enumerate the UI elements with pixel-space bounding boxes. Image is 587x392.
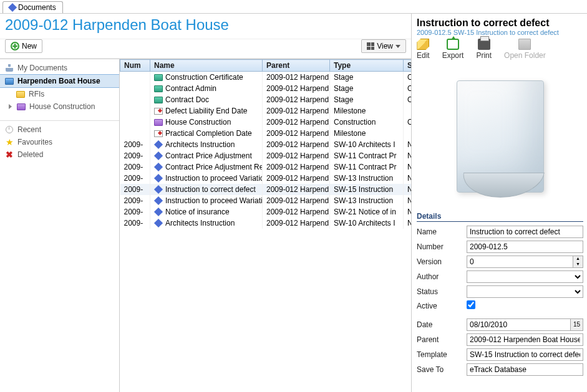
detail-toolbar: Edit Export Print Open Folder (417, 39, 583, 60)
table-row[interactable]: 2009-Instruction to proceed Wariation200… (120, 195, 412, 206)
sidebar-item-label: Favourites (17, 138, 52, 146)
row-icon (154, 97, 163, 103)
row-icon (154, 174, 163, 183)
template-field[interactable] (467, 348, 583, 361)
table-row[interactable]: Construction Certificate2009-012 Harpend… (120, 72, 412, 83)
save-to-field[interactable] (467, 363, 583, 376)
edit-icon (417, 39, 429, 50)
folder-icon (5, 78, 14, 85)
tool-label: Print (476, 51, 492, 60)
documents-table[interactable]: Num Name Parent Type Status Construction… (120, 59, 411, 392)
sidebar: My Documents Harpenden Boat House RFIs H… (0, 59, 120, 392)
table-row[interactable]: 2009-Contract Price Adjustment Rev 22009… (120, 161, 412, 173)
sidebar-item-rfis[interactable]: RFIs (0, 88, 119, 100)
tool-label: Edit (417, 51, 430, 60)
tool-label: Export (442, 51, 464, 60)
view-button[interactable]: View (361, 39, 406, 53)
row-icon (154, 185, 163, 194)
row-icon (154, 108, 163, 115)
table-row[interactable]: 2009-Architects Instruction2009-012 Harp… (120, 139, 412, 150)
label-parent: Parent (417, 335, 460, 344)
row-icon (154, 151, 163, 160)
sidebar-item-my-documents[interactable]: My Documents (0, 62, 119, 74)
sidebar-item-label: Harpenden Boat House (17, 77, 100, 85)
author-select[interactable] (467, 270, 583, 283)
table-row[interactable]: 2009-Notice of insurance2009-012 Harpend… (120, 206, 412, 218)
new-button[interactable]: New (5, 39, 42, 53)
sidebar-item-label: Recent (17, 125, 41, 134)
table-row[interactable]: Practical Completion Date2009-012 Harpen… (120, 128, 412, 139)
row-icon (154, 196, 163, 205)
new-button-label: New (22, 42, 37, 50)
tab-label: Documents (18, 3, 56, 12)
table-row[interactable]: 2009-Architects Instruction2009-012 Harp… (120, 218, 412, 229)
col-parent[interactable]: Parent (263, 60, 330, 72)
table-row[interactable]: Contract Admin2009-012 HarpendStageOpen (120, 83, 412, 94)
sidebar-item-label: My Documents (17, 64, 67, 72)
label-version: Version (417, 257, 460, 266)
row-icon (154, 74, 163, 81)
tab-strip: Documents (0, 0, 587, 14)
sidebar-item-harpenden[interactable]: Harpenden Boat House (0, 74, 119, 88)
parent-field[interactable] (467, 333, 583, 346)
status-select[interactable] (467, 285, 583, 298)
print-icon (478, 39, 490, 50)
chevron-down-icon (395, 45, 400, 48)
folder-icon (17, 103, 26, 110)
open-folder-button: Open Folder (504, 39, 546, 60)
view-button-label: View (377, 42, 393, 50)
export-button[interactable]: Export (442, 39, 464, 60)
table-row[interactable]: 2009-Instruction to correct defect2009-0… (120, 184, 412, 195)
calendar-icon[interactable]: 15 (571, 318, 583, 331)
expand-icon[interactable] (9, 104, 12, 109)
sidebar-item-deleted[interactable]: ✖ Deleted (0, 148, 119, 161)
sidebar-item-recent[interactable]: Recent (0, 123, 119, 136)
col-status[interactable]: Status (404, 60, 412, 72)
document-preview (417, 65, 583, 208)
detail-subtitle: 2009-012.5 SW-15 Instruction to correct … (417, 29, 583, 36)
tool-label: Open Folder (504, 51, 546, 60)
label-date: Date (417, 320, 460, 329)
table-row[interactable]: 2009-Contract Price Adjustment2009-012 H… (120, 150, 412, 161)
table-row[interactable]: House Construction2009-012 HarpendConstr… (120, 117, 412, 128)
print-button[interactable]: Print (476, 39, 492, 60)
sidebar-item-label: Deleted (17, 150, 43, 159)
details-section-header: Details (417, 212, 583, 222)
details-panel: Instruction to correct defect 2009-012.5… (412, 14, 587, 392)
version-spinner[interactable]: ▲▼ (573, 256, 583, 268)
person-icon (6, 64, 13, 72)
date-field[interactable] (467, 318, 571, 331)
label-status: Status (417, 287, 460, 296)
detail-title: Instruction to correct defect (417, 17, 583, 29)
row-icon (154, 163, 163, 171)
sidebar-item-favourites[interactable]: ★ Favourites (0, 136, 119, 148)
row-icon (154, 208, 163, 216)
col-name[interactable]: Name (150, 60, 263, 72)
sidebar-item-label: RFIs (29, 90, 44, 98)
label-number: Number (417, 242, 460, 251)
tab-documents[interactable]: Documents (2, 1, 63, 13)
name-field[interactable] (467, 226, 583, 238)
active-checkbox[interactable] (467, 300, 475, 309)
table-row[interactable]: Defect Liability End Date2009-012 Harpen… (120, 105, 412, 117)
row-icon (154, 130, 163, 137)
version-field[interactable] (467, 256, 573, 268)
row-icon (154, 119, 163, 126)
label-author: Author (417, 272, 460, 281)
table-row[interactable]: Contract Doc2009-012 HarpendStageOpen (120, 94, 412, 105)
grid-icon (367, 42, 374, 50)
row-icon (154, 85, 163, 92)
table-row[interactable]: 2009-Instruction to proceed Variation200… (120, 173, 412, 184)
clock-icon (6, 126, 13, 133)
edit-button[interactable]: Edit (417, 39, 430, 60)
number-field[interactable] (467, 241, 583, 253)
export-icon (447, 39, 459, 50)
plus-icon (11, 42, 19, 50)
diamond-icon (8, 3, 17, 12)
label-active: Active (417, 302, 460, 310)
col-type[interactable]: Type (330, 60, 404, 72)
star-icon: ★ (5, 138, 14, 146)
col-num[interactable]: Num (120, 60, 150, 72)
row-icon (154, 219, 163, 227)
sidebar-item-house-construction[interactable]: House Construction (0, 100, 119, 113)
